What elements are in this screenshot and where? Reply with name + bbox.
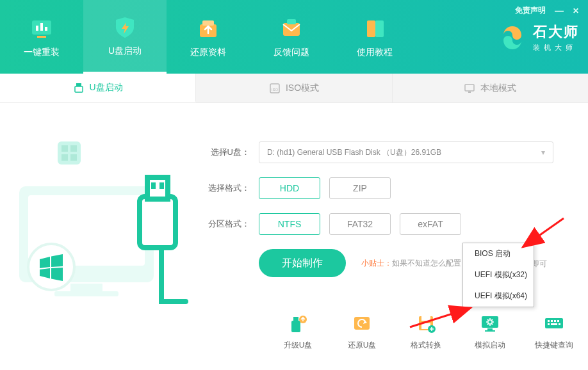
nav-usb-boot[interactable]: U盘启动 — [83, 0, 167, 74]
nav-label: 一键重装 — [24, 47, 60, 58]
svg-rect-57 — [559, 323, 560, 325]
action-label: 升级U盘 — [284, 340, 313, 351]
shield-bolt-icon — [112, 15, 138, 40]
usb-select[interactable]: D: (hd1) General USB Flash Disk （U盘）26.9… — [259, 141, 553, 163]
monitor-icon — [464, 83, 475, 94]
row-partition: 分区格式： NTFS FAT32 exFAT — [205, 213, 562, 235]
restore-usb-icon — [350, 312, 373, 335]
nav-reinstall[interactable]: 一键重装 — [0, 0, 83, 74]
svg-rect-53 — [554, 320, 556, 322]
svg-rect-10 — [375, 20, 384, 37]
svg-rect-1 — [36, 26, 38, 31]
close-button[interactable]: ✕ — [573, 6, 579, 15]
svg-rect-28 — [147, 177, 168, 199]
format-label: 选择格式： — [205, 182, 250, 194]
nav-restore[interactable]: 还原资料 — [167, 0, 250, 74]
keyboard-icon — [543, 312, 566, 335]
usb-illustration — [19, 135, 199, 327]
row-format: 选择格式： HDD ZIP — [205, 177, 562, 199]
iso-icon: ISO — [269, 83, 281, 94]
subtab-label: U盘启动 — [90, 82, 123, 93]
tip-body: 如果不知道怎么配置 — [392, 259, 461, 268]
action-restore-usb[interactable]: 还原U盘 — [339, 312, 384, 351]
format-option-zip[interactable]: ZIP — [329, 177, 391, 199]
nav-label: 使用教程 — [357, 47, 393, 58]
action-upgrade-usb[interactable]: 升级U盘 — [275, 312, 320, 351]
usb-select-value: D: (hd1) General USB Flash Disk （U盘）26.9… — [267, 147, 441, 158]
svg-rect-30 — [159, 182, 164, 189]
popup-item-bios[interactable]: BIOS 启动 — [463, 243, 534, 264]
partition-option-exfat[interactable]: exFAT — [400, 213, 461, 235]
action-format-convert[interactable]: 格式转换 — [404, 312, 448, 351]
brand-subtitle: 装机大师 — [533, 43, 579, 52]
action-label: 模拟启动 — [475, 340, 505, 351]
action-hotkey[interactable]: 快捷键查询 — [532, 312, 576, 351]
svg-rect-12 — [75, 86, 83, 92]
svg-rect-56 — [551, 323, 557, 325]
main-panel: 选择U盘： D: (hd1) General USB Flash Disk （U… — [0, 103, 588, 370]
chevron-down-icon: ▾ — [541, 148, 545, 157]
svg-rect-18 — [61, 145, 68, 152]
brand-logo-icon — [498, 24, 527, 52]
action-sim-boot[interactable]: 模拟启动 — [468, 312, 512, 351]
svg-rect-39 — [482, 316, 498, 328]
svg-rect-3 — [45, 27, 47, 31]
minimize-button[interactable]: — — [555, 6, 564, 16]
svg-rect-21 — [70, 154, 77, 161]
svg-line-43 — [491, 320, 492, 321]
svg-rect-55 — [548, 323, 550, 325]
subtab-local-mode[interactable]: 本地模式 — [393, 74, 588, 102]
tip-prefix: 小贴士： — [361, 259, 392, 268]
envelope-icon — [279, 16, 304, 42]
usb-icon — [73, 82, 85, 93]
start-button[interactable]: 开始制作 — [259, 249, 346, 277]
svg-rect-2 — [40, 23, 43, 31]
brand-title: 石大师 — [533, 22, 579, 42]
svg-rect-51 — [548, 320, 550, 322]
svg-line-47 — [488, 323, 489, 324]
nav-tutorial[interactable]: 使用教程 — [333, 0, 416, 74]
bar-chart-icon — [29, 16, 54, 42]
sub-tabs: U盘启动 ISO ISO模式 本地模式 — [0, 74, 588, 103]
svg-rect-6 — [202, 20, 214, 26]
svg-rect-24 — [70, 284, 102, 291]
popup-item-uefi32[interactable]: UEFI 模拟(x32) — [463, 264, 534, 286]
nav-label: 还原资料 — [190, 47, 226, 58]
book-icon — [362, 16, 388, 42]
popup-item-uefi64[interactable]: UEFI 模拟(x64) — [463, 286, 534, 307]
upload-box-icon — [195, 16, 221, 42]
subtab-label: 本地模式 — [480, 83, 516, 94]
svg-rect-36 — [421, 316, 430, 321]
usb-up-icon — [286, 312, 309, 335]
action-label: 还原U盘 — [348, 340, 377, 351]
nav-feedback[interactable]: 反馈问题 — [250, 0, 333, 74]
monitor-spinner-icon — [478, 312, 502, 335]
nav-label: 反馈问题 — [274, 47, 309, 58]
action-label: 快捷键查询 — [535, 340, 573, 351]
sim-boot-popup: BIOS 启动 UEFI 模拟(x32) UEFI 模拟(x64) — [462, 243, 534, 307]
svg-text:ISO: ISO — [272, 88, 279, 92]
svg-rect-40 — [487, 328, 493, 330]
main-nav: 一键重装 U盘启动 还原资料 反馈问题 使用教程 — [0, 0, 416, 74]
subtab-iso-mode[interactable]: ISO ISO模式 — [196, 74, 392, 102]
svg-rect-15 — [465, 84, 474, 91]
partition-option-ntfs[interactable]: NTFS — [259, 213, 320, 235]
partition-label: 分区格式： — [205, 218, 250, 230]
svg-rect-31 — [291, 321, 300, 332]
subtab-label: ISO模式 — [286, 83, 319, 94]
svg-rect-27 — [140, 197, 176, 248]
svg-rect-7 — [283, 23, 300, 36]
svg-rect-32 — [293, 317, 298, 321]
app-header: 一键重装 U盘启动 还原资料 反馈问题 使用教程 — [0, 0, 588, 74]
window-controls: 免责声明 — ✕ — [515, 5, 579, 16]
format-option-hdd[interactable]: HDD — [259, 177, 320, 199]
svg-rect-54 — [557, 320, 559, 322]
partition-option-fat32[interactable]: FAT32 — [329, 213, 391, 235]
svg-rect-9 — [367, 20, 375, 37]
svg-rect-29 — [151, 182, 156, 189]
floppy-icon — [414, 312, 437, 335]
svg-rect-4 — [37, 36, 46, 38]
disclaimer-link[interactable]: 免责声明 — [515, 5, 546, 16]
svg-rect-16 — [468, 92, 471, 93]
subtab-usb-boot[interactable]: U盘启动 — [0, 74, 196, 102]
